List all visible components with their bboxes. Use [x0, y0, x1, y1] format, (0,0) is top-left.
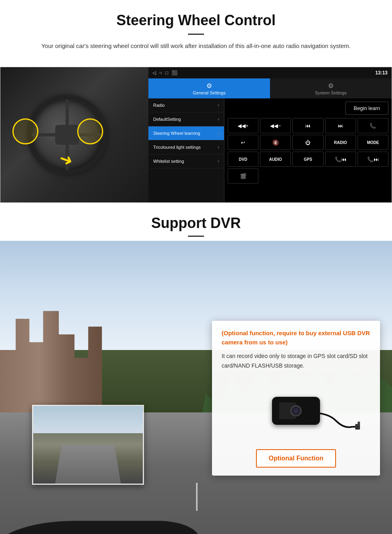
chevron-right-icon: › [218, 102, 219, 108]
title-divider [188, 34, 204, 35]
chevron-right-icon-5: › [218, 158, 219, 164]
android-menu-area: Radio › DefaultSetting › Steering Wheel … [148, 98, 392, 202]
nav-icons: ◁ ○ □ ⬛ [152, 70, 375, 76]
ctrl-power[interactable]: ⏻ [292, 135, 323, 150]
dvr-divider [188, 236, 204, 237]
sw-demo-container: ➜ ◁ ○ □ ⬛ 13:13 ⚙ General Settings ⚙ Sys… [0, 67, 392, 203]
ctrl-mode[interactable]: MODE [358, 135, 388, 150]
ctrl-mute[interactable]: 🔇 [260, 135, 291, 150]
dvr-background: (Optional function, require to buy exter… [0, 241, 392, 534]
menu-item-default[interactable]: DefaultSetting › [148, 112, 224, 126]
menu-default-label: DefaultSetting [153, 117, 181, 122]
begin-learn-button[interactable]: Begin learn [345, 102, 388, 115]
gear-icon: ⚙ [206, 82, 212, 90]
begin-learn-row: Begin learn [228, 102, 388, 115]
menu-sw-label: Steering Wheel learning [153, 131, 200, 136]
chevron-right-icon-4: › [218, 144, 219, 150]
optional-function-button[interactable]: Optional Function [256, 449, 336, 468]
android-topbar: ◁ ○ □ ⬛ 13:13 [148, 67, 392, 78]
settings-icon: ⚙ [328, 82, 334, 90]
menu-tricolour-label: Tricoloured light settings [153, 145, 201, 150]
chevron-right-icon-2: › [218, 116, 219, 122]
chevron-right-icon-3: › [218, 130, 219, 136]
ctrl-vol-up[interactable]: ◀◀+ [228, 118, 258, 133]
menu-list: Radio › DefaultSetting › Steering Wheel … [148, 98, 224, 202]
dvr-thumbnail [32, 405, 144, 485]
steering-wheel-section: Steering Wheel Control Your original car… [0, 0, 392, 67]
section-subtitle: Your original car's steering wheel contr… [32, 41, 360, 51]
dvr-description: It can record video only to storage in G… [222, 352, 370, 371]
svg-rect-0 [355, 424, 360, 430]
thumb-road [55, 445, 121, 484]
highlight-left [12, 118, 38, 144]
ctrl-dvd[interactable]: DVD [228, 152, 258, 167]
tab-general-label: General Settings [193, 90, 226, 95]
ctrl-gps[interactable]: GPS [292, 152, 323, 167]
ctrl-phone-next[interactable]: 📞⏭ [358, 152, 388, 167]
android-ui-panel: ◁ ○ □ ⬛ 13:13 ⚙ General Settings ⚙ Syste… [148, 67, 392, 202]
ctrl-prev-track[interactable]: ⏮ [292, 118, 323, 133]
steering-wheel-image: ➜ [0, 67, 148, 202]
dvr-section: Support DVR (Optional function, require … [0, 203, 392, 534]
road-line [196, 483, 198, 511]
android-tabs: ⚙ General Settings ⚙ System Settings [148, 78, 392, 98]
dvr-camera-image [222, 379, 370, 443]
ctrl-phone-prev[interactable]: 📞⏮ [325, 152, 356, 167]
back-icon[interactable]: ◁ [152, 70, 156, 76]
ctrl-audio[interactable]: AUDIO [260, 152, 291, 167]
dvr-title: Support DVR [16, 215, 376, 232]
cable-svg [312, 405, 360, 437]
menu-item-sw-learning[interactable]: Steering Wheel learning › [148, 126, 224, 140]
menu-item-radio[interactable]: Radio › [148, 98, 224, 112]
ctrl-radio[interactable]: RADIO [325, 135, 356, 150]
page-title: Steering Wheel Control [16, 12, 376, 29]
recents-icon[interactable]: □ [165, 70, 168, 76]
sw-placeholder: ➜ [0, 67, 148, 202]
home-icon[interactable]: ○ [159, 70, 162, 76]
ctrl-back[interactable]: ↩ [228, 135, 258, 150]
thumb-inner [33, 406, 143, 484]
dvr-optional-text: (Optional function, require to buy exter… [222, 329, 370, 347]
status-time: 13:13 [375, 70, 388, 76]
ctrl-vol-down[interactable]: ◀◀− [260, 118, 291, 133]
control-button-grid: ◀◀+ ◀◀− ⏮ ⏭ 📞 ↩ 🔇 ⏻ RADIO MODE DVD AUDIO… [228, 118, 388, 184]
ctrl-next-track[interactable]: ⏭ [325, 118, 356, 133]
thumb-sky [33, 406, 143, 433]
camera-lens [290, 405, 302, 416]
ctrl-phone[interactable]: 📞 [358, 118, 388, 133]
menu-whitelist-label: Whitelist setting [153, 159, 184, 164]
menu-radio-label: Radio [153, 103, 165, 108]
menu-item-tricolour[interactable]: Tricoloured light settings › [148, 140, 224, 154]
tab-system-settings[interactable]: ⚙ System Settings [270, 78, 392, 98]
tab-system-label: System Settings [315, 90, 346, 95]
menu-item-whitelist[interactable]: Whitelist setting › [148, 154, 224, 168]
svg-rect-1 [358, 422, 360, 425]
menu-content-area: Begin learn ◀◀+ ◀◀− ⏮ ⏭ 📞 ↩ 🔇 ⏻ RADIO MO… [224, 98, 392, 202]
menu-icon[interactable]: ⬛ [172, 70, 178, 76]
dvr-info-card: (Optional function, require to buy exter… [212, 321, 380, 476]
dvr-title-area: Support DVR [0, 203, 392, 241]
tab-general-settings[interactable]: ⚙ General Settings [148, 78, 270, 98]
ctrl-media[interactable]: 🎬 [228, 168, 258, 184]
